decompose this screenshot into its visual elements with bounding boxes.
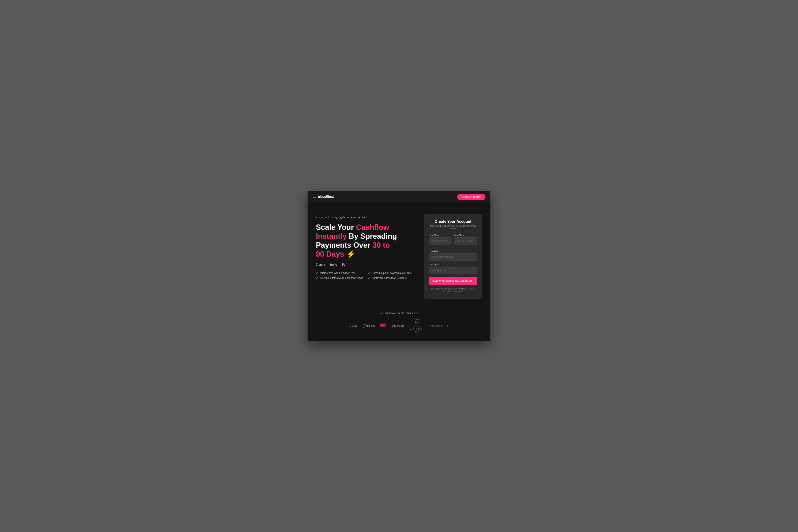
main-content: Are you still paying supplier tax invoic… <box>308 203 491 307</box>
form-title: Create Your Account <box>429 220 477 224</box>
last-name-group: Last Name <box>454 234 477 245</box>
svg-point-1 <box>382 323 386 327</box>
password-label: Password <box>429 263 477 266</box>
last-name-input[interactable] <box>454 237 477 245</box>
paid-out-text: Paid out to over 5,000 businesses <box>316 311 482 315</box>
feature-4: ✔ Approvals in less than 24 hours <box>368 277 418 280</box>
footer: Paid out to over 5,000 businesses Cola B… <box>308 307 491 341</box>
logo-slash: / <box>447 323 448 328</box>
first-name-input[interactable] <box>429 237 452 245</box>
password-input[interactable] <box>429 267 477 274</box>
logo-cola: Cola <box>350 324 357 328</box>
browser-window: ☁ cloudfloat Create Account Are you stil… <box>308 191 491 341</box>
name-row: First Name Last Name <box>429 234 477 247</box>
form-subtitle: See why thousands trust us to ease cashf… <box>429 225 477 230</box>
headline-instantly: Instantly <box>316 232 347 241</box>
form-card: Create Your Account See why thousands tr… <box>424 214 482 299</box>
first-name-group: First Name <box>429 234 452 245</box>
email-input[interactable] <box>429 253 477 261</box>
chevron-right-icon: › <box>474 279 474 282</box>
tagline: Are you still paying supplier tax invoic… <box>316 216 418 219</box>
check-icon-2: ✔ <box>368 271 370 275</box>
logo-gov: Australian GovernmentAustralian Taxation… <box>409 319 425 333</box>
logo-go <box>380 323 387 329</box>
cloud-icon: ☁ <box>312 194 316 199</box>
logo-officeworks: officeworks <box>392 325 404 327</box>
headline-part1: Scale Your <box>316 223 356 231</box>
feature-label-4: Approvals in less than 24 hours <box>372 277 406 280</box>
feature-1: ✔ Interest free with no hidden fees <box>316 271 366 275</box>
bidfood-label: Bidfood <box>366 324 375 327</box>
form-section: Create Your Account See why thousands tr… <box>424 214 482 299</box>
last-name-label: Last Name <box>454 234 477 236</box>
nav-create-account-button[interactable]: Create Account <box>457 194 486 200</box>
check-icon-1: ✔ <box>316 271 318 275</box>
feature-label-3: A simple alternative to expensive loans <box>320 277 363 280</box>
logos-row: Cola Bidfood officeworks Australian Gove… <box>316 319 482 333</box>
email-label: Email Adress <box>429 250 477 252</box>
logo: ☁ cloudfloat <box>312 194 334 199</box>
features-list: ✔ Interest free with no hidden fees ✔ Sp… <box>316 271 418 280</box>
password-group: Password <box>429 263 477 274</box>
qualify-button[interactable]: Qualify To Create Your Account › <box>429 277 477 285</box>
check-icon-4: ✔ <box>368 277 370 280</box>
logo-2business: 2BUSINESS <box>430 325 442 327</box>
navbar: ☁ cloudfloat Create Account <box>308 191 491 203</box>
qualify-button-label: Qualify To Create Your Account <box>432 279 472 282</box>
headline-cashflow: Cashflow <box>356 223 389 231</box>
feature-2: ✔ Spread supplier payments over time <box>368 271 418 275</box>
feature-label-2: Spread supplier payments over time <box>372 272 412 274</box>
check-icon-3: ✔ <box>316 277 318 280</box>
logo-bidfood: Bidfood <box>362 324 375 327</box>
first-name-label: First Name <box>429 234 452 236</box>
headline: Scale Your Cashflow Instantly By Spreadi… <box>316 223 418 259</box>
subheadline: Simple — Savvy — Fair <box>316 263 418 266</box>
feature-3: ✔ A simple alternative to expensive loan… <box>316 277 366 280</box>
feature-label-1: Interest free with no hidden fees <box>320 272 356 274</box>
hero-left: Are you still paying supplier tax invoic… <box>316 214 418 280</box>
terms-text: By signing up, you agree to Cloudfloat's… <box>429 287 477 293</box>
email-group: Email Adress <box>429 250 477 261</box>
logo-text: cloudfloat <box>318 195 334 199</box>
bidfood-circle-icon <box>362 324 365 327</box>
